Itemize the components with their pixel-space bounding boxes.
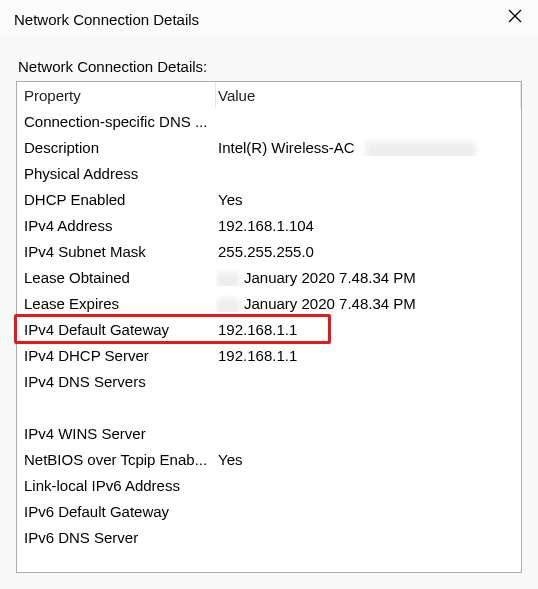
- property-cell: Connection-specific DNS ...: [17, 113, 216, 130]
- property-cell: NetBIOS over Tcpip Enab...: [17, 451, 216, 468]
- table-row[interactable]: Link-local IPv6 Address: [17, 472, 521, 498]
- property-cell: Lease Expires: [17, 295, 216, 312]
- table-row[interactable]: [17, 394, 521, 420]
- property-cell: Lease Obtained: [17, 269, 216, 286]
- table-row[interactable]: DHCP EnabledYes: [17, 186, 521, 212]
- value-cell: 255.255.255.0: [216, 243, 521, 260]
- value-cell: January 2020 7.48.34 PM: [216, 269, 521, 286]
- table-row[interactable]: Connection-specific DNS ...: [17, 108, 521, 134]
- redaction: [366, 142, 476, 156]
- table-row[interactable]: Lease ObtainedJanuary 2020 7.48.34 PM: [17, 264, 521, 290]
- window-title: Network Connection Details: [14, 11, 199, 28]
- table-row[interactable]: IPv6 Default Gateway: [17, 498, 521, 524]
- dialog-body: Network Connection Details: Property Val…: [0, 38, 538, 589]
- listview-header: Property Value: [17, 82, 521, 108]
- close-icon: [508, 9, 522, 26]
- table-row[interactable]: IPv4 DNS Servers: [17, 368, 521, 394]
- table-row[interactable]: IPv4 Subnet Mask255.255.255.0: [17, 238, 521, 264]
- value-cell: 192.168.1.1: [216, 347, 521, 364]
- table-row[interactable]: IPv4 Default Gateway192.168.1.1: [17, 316, 521, 342]
- table-row[interactable]: DescriptionIntel(R) Wireless-AC: [17, 134, 521, 160]
- network-connection-details-dialog: Network Connection Details Network Conne…: [0, 0, 538, 589]
- header-value[interactable]: Value: [216, 82, 521, 108]
- header-property[interactable]: Property: [17, 82, 216, 108]
- property-cell: IPv4 Address: [17, 217, 216, 234]
- property-cell: Description: [17, 139, 216, 156]
- table-row[interactable]: IPv4 WINS Server: [17, 420, 521, 446]
- table-row[interactable]: IPv4 Address192.168.1.104: [17, 212, 521, 238]
- details-listview[interactable]: Property Value Connection-specific DNS .…: [16, 81, 522, 573]
- value-cell: Yes: [216, 191, 521, 208]
- property-cell: IPv4 WINS Server: [17, 425, 216, 442]
- property-cell: IPv4 Subnet Mask: [17, 243, 216, 260]
- listview-rows: Connection-specific DNS ...DescriptionIn…: [17, 108, 521, 550]
- value-cell: Intel(R) Wireless-AC: [216, 139, 521, 156]
- redaction: [216, 272, 240, 286]
- property-cell: IPv4 DHCP Server: [17, 347, 216, 364]
- property-cell: Link-local IPv6 Address: [17, 477, 216, 494]
- value-cell: 192.168.1.1: [216, 321, 521, 338]
- value-cell: January 2020 7.48.34 PM: [216, 295, 521, 312]
- property-cell: IPv6 Default Gateway: [17, 503, 216, 520]
- property-cell: IPv6 DNS Server: [17, 529, 216, 546]
- property-cell: DHCP Enabled: [17, 191, 216, 208]
- value-cell: 192.168.1.104: [216, 217, 521, 234]
- titlebar: Network Connection Details: [0, 0, 538, 38]
- table-row[interactable]: Lease ExpiresJanuary 2020 7.48.34 PM: [17, 290, 521, 316]
- table-row[interactable]: IPv4 DHCP Server192.168.1.1: [17, 342, 521, 368]
- table-row[interactable]: IPv6 DNS Server: [17, 524, 521, 550]
- value-cell: Yes: [216, 451, 521, 468]
- property-cell: Physical Address: [17, 165, 216, 182]
- redaction: [216, 298, 240, 312]
- close-button[interactable]: [492, 0, 538, 34]
- property-cell: IPv4 DNS Servers: [17, 373, 216, 390]
- table-row[interactable]: NetBIOS over Tcpip Enab...Yes: [17, 446, 521, 472]
- property-cell: IPv4 Default Gateway: [17, 321, 216, 338]
- table-row[interactable]: Physical Address: [17, 160, 521, 186]
- details-label: Network Connection Details:: [18, 58, 522, 75]
